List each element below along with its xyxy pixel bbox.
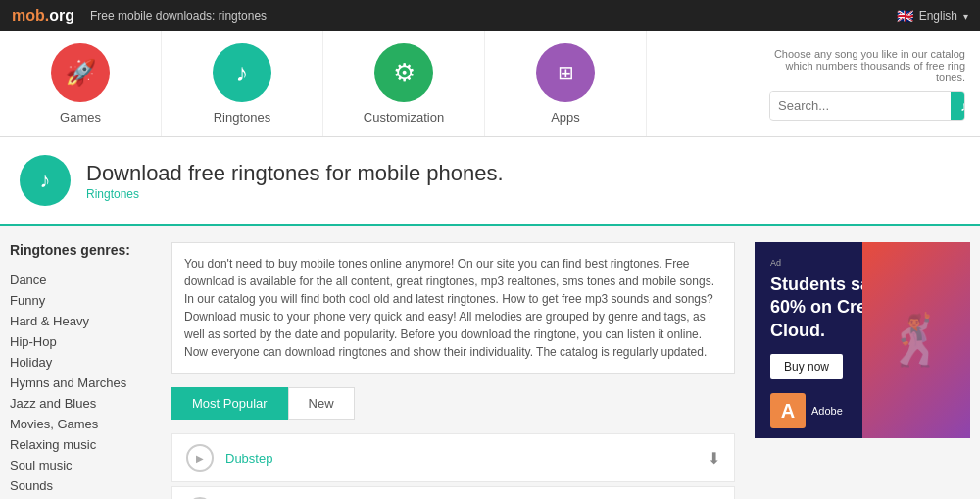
sidebar-item-movies-games[interactable]: Movies, Games <box>10 417 98 431</box>
main-content: Ringtones genres: Dance Funny Hard & Hea… <box>0 226 980 499</box>
sidebar-item-sounds[interactable]: Sounds <box>10 478 53 493</box>
sidebar-item-funny[interactable]: Funny <box>10 293 45 308</box>
table-row: ▶ Dubstep ⬇ <box>172 433 735 482</box>
sidebar-item-holiday[interactable]: Holiday <box>10 355 52 370</box>
ad-sidebar: ✕ Ad Students save up to 60% on Creative… <box>745 242 980 499</box>
sidebar-item-dance[interactable]: Dance <box>10 273 47 287</box>
sidebar: Ringtones genres: Dance Funny Hard & Hea… <box>0 242 162 499</box>
category-ringtones[interactable]: ♪ Ringtones <box>162 31 323 136</box>
customization-label: Customization <box>364 110 444 125</box>
nav-right: 🇬🇧 English ▾ <box>897 8 968 24</box>
games-icon: 🚀 <box>51 43 110 102</box>
search-description: Choose any song you like in our catalog … <box>769 48 965 83</box>
list-item: Hard & Heavy <box>10 311 152 331</box>
list-item: Relaxing music <box>10 434 152 455</box>
list-item: Funny <box>10 290 152 311</box>
category-apps[interactable]: ⊞ Apps <box>485 31 647 136</box>
search-box: ♪ ▾ <box>769 91 965 121</box>
nav-tagline: Free mobile downloads: ringtones <box>90 9 267 23</box>
hero-title: Download free ringtones for mobile phone… <box>86 161 504 186</box>
search-button[interactable]: ♪ <box>951 92 965 120</box>
tab-bar: Most Popular New <box>172 387 735 420</box>
list-item: Hymns and Marches <box>10 373 152 393</box>
language-label[interactable]: English <box>919 9 957 23</box>
sidebar-item-hymns-marches[interactable]: Hymns and Marches <box>10 375 126 390</box>
sidebar-item-soul-music[interactable]: Soul music <box>10 458 73 473</box>
ringtones-label: Ringtones <box>214 110 271 125</box>
list-item: Hip-Hop <box>10 331 152 352</box>
list-item: Holiday <box>10 352 152 373</box>
hero-section: ♪ Download free ringtones for mobile pho… <box>0 137 980 226</box>
customization-icon: ⚙ <box>374 43 433 102</box>
list-item: Movies, Games <box>10 414 152 434</box>
games-label: Games <box>60 110 101 125</box>
search-input[interactable] <box>770 92 951 119</box>
sidebar-item-relaxing-music[interactable]: Relaxing music <box>10 437 96 452</box>
hero-icon: ♪ <box>20 155 71 206</box>
list-item: Jazz and Blues <box>10 393 152 414</box>
logo-mob: mob <box>12 7 45 24</box>
tab-most-popular[interactable]: Most Popular <box>172 387 288 420</box>
download-button-dubstep[interactable]: ⬇ <box>708 449 720 468</box>
search-area: Choose any song you like in our catalog … <box>647 31 980 136</box>
top-nav: mob.org Free mobile downloads: ringtones… <box>0 0 980 31</box>
sidebar-list: Dance Funny Hard & Heavy Hip-Hop Holiday… <box>10 270 152 496</box>
content-area: You don't need to buy mobile tones onlin… <box>162 242 745 499</box>
hero-text: Download free ringtones for mobile phone… <box>86 161 504 201</box>
category-bar: 🚀 Games ♪ Ringtones ⚙ Customization ⊞ Ap… <box>0 31 980 137</box>
ad-dancer-image: 🕺 <box>862 242 970 438</box>
category-customization[interactable]: ⚙ Customization <box>323 31 485 136</box>
ad-buy-button[interactable]: Buy now <box>770 354 843 379</box>
apps-icon: ⊞ <box>536 43 595 102</box>
ringtone-name-dubstep[interactable]: Dubstep <box>225 451 696 466</box>
play-button-dubstep[interactable]: ▶ <box>186 444 214 472</box>
ringtone-list: ▶ Dubstep ⬇ ▶ Digital bell SMS ⬇ ▶ Taxi … <box>172 433 735 499</box>
logo-org: org <box>49 7 74 24</box>
category-games[interactable]: 🚀 Games <box>0 31 162 136</box>
hero-breadcrumb[interactable]: Ringtones <box>86 187 139 201</box>
sidebar-item-jazz-blues[interactable]: Jazz and Blues <box>10 396 96 411</box>
adobe-brand-label: Adobe <box>811 405 843 417</box>
flag-icon: 🇬🇧 <box>897 8 913 24</box>
sidebar-item-hard-heavy[interactable]: Hard & Heavy <box>10 314 89 328</box>
ringtones-icon: ♪ <box>213 43 271 102</box>
table-row: ▶ Digital bell SMS ⬇ <box>172 486 735 499</box>
adobe-logo-icon: A <box>770 393 806 428</box>
list-item: Soul music <box>10 455 152 475</box>
adobe-logo: A Adobe <box>770 393 843 428</box>
description-box: You don't need to buy mobile tones onlin… <box>172 242 735 374</box>
apps-label: Apps <box>551 110 580 125</box>
sidebar-item-hip-hop[interactable]: Hip-Hop <box>10 334 57 349</box>
tab-new[interactable]: New <box>288 387 355 420</box>
sidebar-title: Ringtones genres: <box>10 242 152 258</box>
list-item: Sounds <box>10 475 152 496</box>
logo[interactable]: mob.org <box>12 7 74 25</box>
language-dropdown-icon[interactable]: ▾ <box>963 11 968 22</box>
ad-box: ✕ Ad Students save up to 60% on Creative… <box>755 242 970 438</box>
list-item: Dance <box>10 270 152 290</box>
